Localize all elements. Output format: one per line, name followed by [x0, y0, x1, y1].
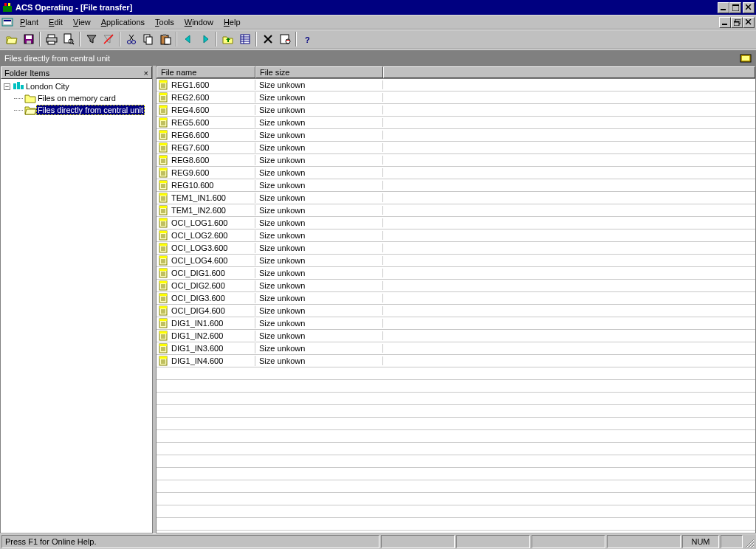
tree-node-central-unit[interactable]: Files directly from central unit — [1, 104, 152, 116]
svg-rect-68 — [159, 118, 167, 120]
table-row[interactable]: OCI_LOG3.600Size unkown — [157, 242, 755, 255]
svg-rect-53 — [159, 80, 167, 83]
table-row[interactable]: DIG1_IN3.600Size unkown — [157, 342, 755, 355]
table-row[interactable]: OCI_DIG2.600Size unkown — [157, 280, 755, 292]
up-folder-icon[interactable] — [219, 31, 236, 47]
table-row-empty — [157, 418, 755, 430]
table-row[interactable]: TEM1_IN1.600Size unkown — [157, 192, 755, 204]
print-icon[interactable] — [43, 31, 60, 47]
mdi-icon[interactable] — [1, 16, 13, 28]
table-row[interactable]: REG8.600Size unkown — [157, 154, 755, 167]
file-size: Size unkown — [255, 356, 383, 365]
menu-view[interactable]: View — [68, 16, 96, 28]
svg-rect-1 — [4, 3, 7, 6]
section-header: Files directly from central unit — [0, 49, 756, 66]
table-row[interactable]: DIG1_IN2.600Size unkown — [157, 330, 755, 342]
svg-line-25 — [72, 43, 74, 44]
column-header-name[interactable]: File name — [157, 66, 255, 78]
list-body[interactable]: REG1.600Size unkownREG2.600Size unkownRE… — [157, 79, 755, 533]
mdi-restore-button[interactable] — [731, 17, 743, 28]
table-row-empty — [157, 468, 755, 480]
table-row[interactable]: DIG1_IN4.600Size unkown — [157, 355, 755, 367]
svg-rect-103 — [159, 206, 167, 208]
svg-point-29 — [127, 41, 131, 44]
tree-node1-label: Files on memory card — [36, 94, 117, 103]
table-row[interactable]: REG9.600Size unkown — [157, 167, 755, 179]
paste-icon[interactable] — [157, 31, 173, 47]
menu-applications[interactable]: Applications — [96, 16, 150, 28]
column-header-blank[interactable] — [383, 66, 755, 78]
file-icon — [158, 268, 170, 278]
mdi-minimize-button[interactable] — [719, 17, 731, 28]
file-size: Size unkown — [255, 181, 383, 190]
svg-text:?: ? — [305, 35, 310, 44]
svg-rect-51 — [21, 85, 24, 89]
file-icon — [158, 305, 170, 316]
file-icon — [158, 92, 170, 103]
app-icon — [1, 1, 13, 13]
svg-rect-93 — [159, 181, 167, 183]
list-view-icon[interactable] — [236, 31, 253, 47]
table-row[interactable]: REG1.600Size unkown — [157, 79, 755, 92]
table-row-empty — [157, 430, 755, 443]
back-icon[interactable] — [179, 31, 196, 47]
table-row[interactable]: REG10.600Size unkown — [157, 179, 755, 192]
file-icon — [158, 105, 170, 115]
minimize-button[interactable] — [718, 2, 729, 13]
tree-close-button[interactable]: × — [144, 69, 148, 77]
file-size: Size unkown — [255, 118, 383, 127]
menu-tools[interactable]: Tools — [150, 16, 179, 28]
table-row[interactable]: REG6.600Size unkown — [157, 129, 755, 142]
tree-node-memory-card[interactable]: Files on memory card — [1, 92, 152, 104]
file-icon — [158, 180, 170, 190]
table-row[interactable]: REG2.600Size unkown — [157, 92, 755, 104]
svg-rect-148 — [159, 319, 167, 321]
mdi-close-button[interactable] — [743, 17, 755, 28]
menu-plant[interactable]: Plant — [15, 16, 44, 28]
save-icon[interactable] — [20, 31, 37, 47]
table-row[interactable]: OCI_LOG1.600Size unkown — [157, 217, 755, 229]
table-row[interactable]: REG4.600Size unkown — [157, 104, 755, 117]
menu-edit[interactable]: Edit — [44, 16, 68, 28]
filter-icon[interactable] — [83, 31, 100, 47]
section-icon[interactable] — [740, 52, 752, 64]
svg-rect-128 — [159, 269, 167, 271]
column-header-size[interactable]: File size — [255, 66, 383, 78]
table-row[interactable]: TEM1_IN2.600Size unkown — [157, 204, 755, 217]
file-size: Size unkown — [255, 80, 383, 89]
section-title: Files directly from central unit — [4, 54, 110, 63]
svg-rect-14 — [734, 21, 739, 23]
table-row[interactable]: OCI_LOG2.600Size unkown — [157, 229, 755, 242]
table-row-empty — [157, 455, 755, 468]
table-row[interactable]: OCI_DIG4.600Size unkown — [157, 305, 755, 317]
file-size: Size unkown — [255, 244, 383, 252]
cut-icon[interactable] — [123, 31, 140, 47]
resize-grip[interactable] — [743, 535, 755, 548]
maximize-button[interactable] — [729, 2, 741, 13]
table-row[interactable]: OCI_DIG1.600Size unkown — [157, 267, 755, 280]
close-button[interactable] — [743, 2, 755, 13]
table-row[interactable]: OCI_DIG3.600Size unkown — [157, 292, 755, 305]
forward-icon[interactable] — [196, 31, 213, 47]
table-row[interactable]: REG7.600Size unkown — [157, 142, 755, 154]
table-row[interactable]: DIG1_IN1.600Size unkown — [157, 317, 755, 330]
menu-window[interactable]: Window — [179, 16, 219, 28]
copy-icon[interactable] — [140, 31, 157, 47]
file-name: REG7.600 — [171, 143, 209, 152]
table-row[interactable]: OCI_LOG4.600Size unkown — [157, 255, 755, 267]
svg-rect-83 — [159, 156, 167, 158]
tree-collapse-icon[interactable]: − — [4, 83, 10, 90]
open-icon[interactable] — [3, 31, 20, 47]
help-icon[interactable]: ? — [299, 31, 316, 47]
tree-root-label: London City — [24, 82, 71, 91]
delete-icon[interactable] — [259, 31, 276, 47]
tree-body[interactable]: − London City Files on memory card Files… — [1, 79, 152, 533]
folder-open-icon — [24, 105, 36, 115]
table-row[interactable]: REG5.600Size unkown — [157, 117, 755, 129]
table-row-empty — [157, 367, 755, 380]
print-preview-icon[interactable] — [60, 31, 77, 47]
properties-icon[interactable] — [276, 31, 293, 47]
tree-root-row[interactable]: − London City — [1, 80, 152, 92]
filter-clear-icon[interactable] — [100, 31, 117, 47]
menu-help[interactable]: Help — [219, 16, 246, 28]
